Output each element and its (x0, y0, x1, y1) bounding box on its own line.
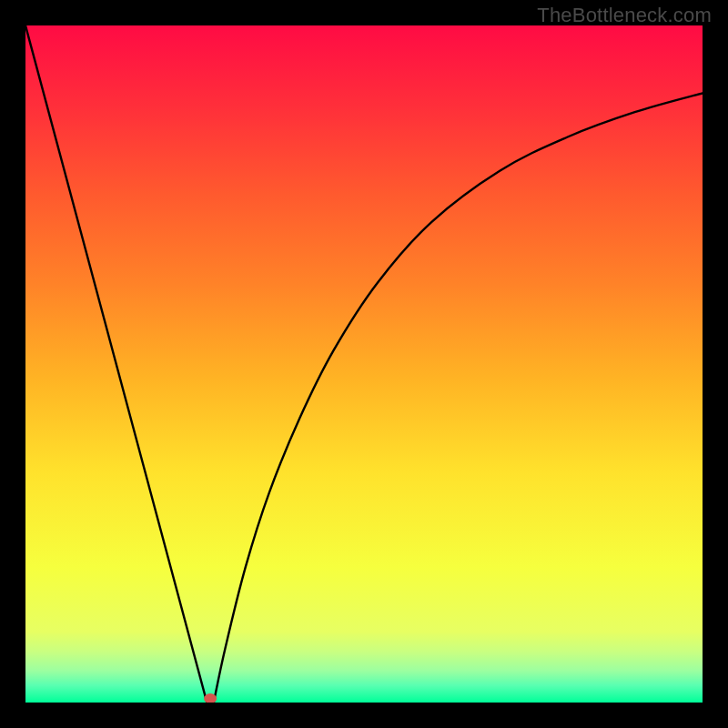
plot-area (25, 25, 703, 703)
bottleneck-chart (25, 25, 703, 703)
gradient-background (25, 25, 703, 703)
chart-frame: TheBottleneck.com (0, 0, 728, 728)
watermark-text: TheBottleneck.com (537, 4, 712, 27)
